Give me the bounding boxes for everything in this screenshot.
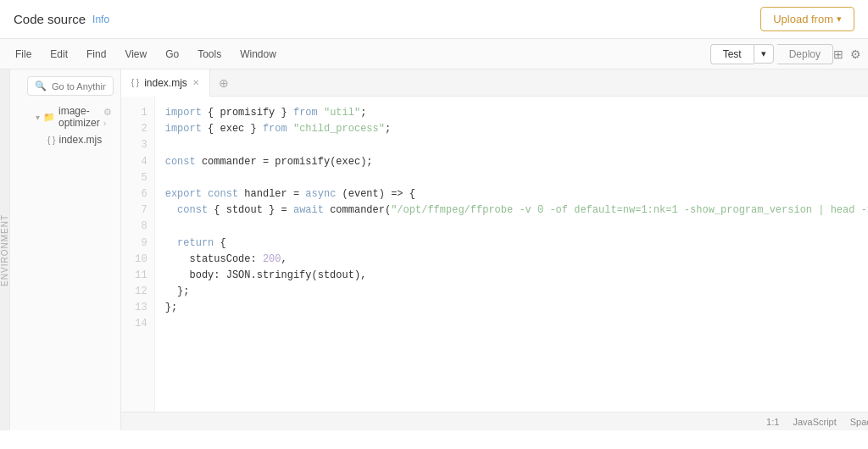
search-bar[interactable]: 🔍 [27, 76, 114, 96]
status-bar: 1:1 JavaScript Spaces: 2 [121, 412, 868, 430]
menu-item-window[interactable]: Window [231, 45, 285, 64]
page-title: Code source [14, 12, 86, 26]
upload-from-button[interactable]: Upload from ▾ [760, 7, 854, 31]
file-index-mjs[interactable]: { } index.mjs [31, 131, 117, 148]
menu-item-edit[interactable]: Edit [42, 45, 76, 64]
settings-icon[interactable]: ⚙ [850, 47, 861, 61]
tab-file-name: index.mjs [144, 77, 187, 89]
environment-label: Environment [0, 214, 9, 286]
tab-close-button[interactable]: ✕ [192, 78, 199, 87]
expand-icon[interactable]: ⊞ [833, 47, 843, 61]
upload-from-label: Upload from [773, 13, 833, 25]
tab-group: Test ▾ Deploy [710, 44, 833, 64]
file-type-icon: { } [47, 136, 55, 145]
folder-settings-icon[interactable]: ⚙ › [103, 107, 112, 128]
editor-tab-index-mjs[interactable]: { } index.mjs ✕ [121, 69, 210, 97]
main-area: Environment 🔍 ▾ 📁 image-optimizer ⚙ › { … [0, 69, 868, 430]
menu-item-tools[interactable]: Tools [189, 45, 230, 64]
info-link[interactable]: Info [92, 14, 109, 25]
chevron-down-icon: ▾ [36, 113, 40, 122]
folder-name: image-optimizer [58, 105, 100, 129]
test-tab[interactable]: Test [710, 44, 754, 64]
top-bar: Code source Info Upload from ▾ [0, 0, 868, 39]
editor-area: { } index.mjs ✕ ⊕ 12345 678910 11121314 … [121, 69, 868, 430]
tabs-bar: { } index.mjs ✕ ⊕ [121, 69, 868, 97]
deploy-tab[interactable]: Deploy [777, 44, 833, 64]
test-dropdown[interactable]: ▾ [754, 44, 774, 64]
search-icon: 🔍 [35, 80, 47, 91]
folder-icon: 📁 [43, 112, 55, 123]
menu-bar: File Edit Find View Go Tools Window Test… [0, 39, 868, 69]
folder-image-optimizer[interactable]: ▾ 📁 image-optimizer ⚙ › [31, 103, 117, 131]
line-numbers: 12345 678910 11121314 [121, 97, 155, 412]
upload-dropdown-icon: ▾ [837, 14, 842, 25]
file-name: index.mjs [58, 134, 102, 146]
cursor-position: 1:1 [766, 417, 779, 427]
search-input[interactable] [52, 81, 106, 91]
menu-item-go[interactable]: Go [157, 45, 187, 64]
code-editor[interactable]: 12345 678910 11121314 import { promisify… [121, 97, 868, 412]
code-content[interactable]: import { promisify } from "util"; import… [155, 97, 868, 412]
top-bar-left: Code source Info [14, 12, 109, 26]
tab-file-icon: { } [131, 78, 139, 87]
file-tree: ▾ 📁 image-optimizer ⚙ › { } index.mjs [27, 103, 120, 148]
sidebar: 🔍 ▾ 📁 image-optimizer ⚙ › { } index.mjs [10, 69, 121, 430]
menu-items: File Edit Find View Go Tools Window [7, 45, 704, 64]
sidebar-content: 🔍 ▾ 📁 image-optimizer ⚙ › { } index.mjs [27, 69, 120, 430]
menu-item-find[interactable]: Find [78, 45, 114, 64]
spaces-setting[interactable]: Spaces: 2 [850, 417, 868, 427]
environment-panel: Environment [0, 69, 10, 430]
tab-add-button[interactable]: ⊕ [210, 71, 237, 95]
menu-item-view[interactable]: View [116, 45, 155, 64]
menu-item-file[interactable]: File [7, 45, 40, 64]
language-mode[interactable]: JavaScript [793, 417, 836, 427]
menu-right: ⊞ ⚙ [833, 47, 861, 61]
